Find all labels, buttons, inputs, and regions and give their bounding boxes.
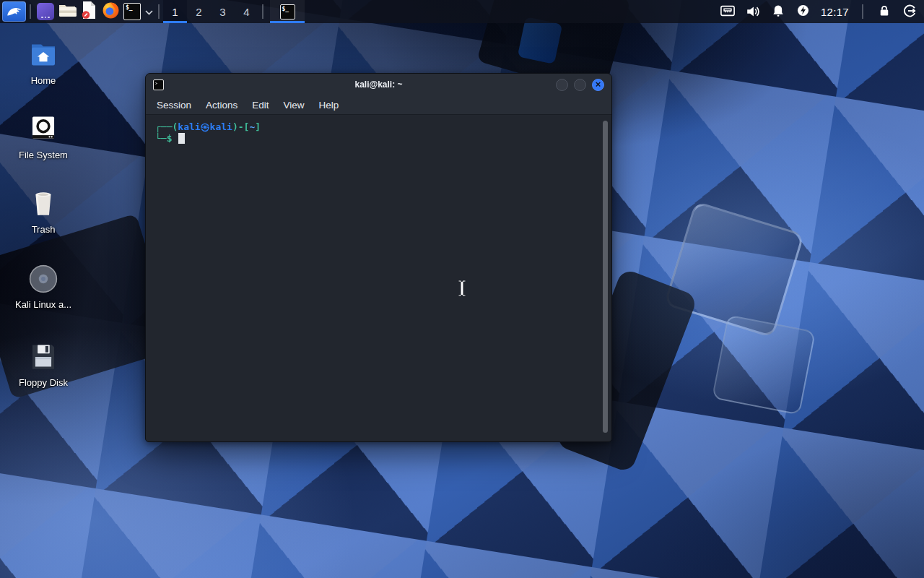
desktop-icon-home[interactable]: Home	[9, 39, 78, 86]
top-panel: $_ 1 2 3 4 $_	[0, 0, 924, 23]
chevron-down-icon	[145, 5, 153, 18]
workspace-label: 2	[196, 6, 201, 18]
lock-screen-button[interactable]	[876, 4, 892, 20]
file-manager-icon	[58, 1, 77, 22]
menu-session[interactable]: Session	[149, 100, 199, 111]
launcher-terminal[interactable]: $_	[121, 1, 143, 22]
mouse-cursor-ibeam	[456, 279, 468, 301]
desktop-icon-label: File System	[19, 150, 68, 160]
notifications-tray-button[interactable]	[770, 4, 786, 20]
menu-edit[interactable]: Edit	[245, 100, 276, 111]
workspace-3[interactable]: 3	[211, 0, 235, 23]
power-manager-tray-button[interactable]	[796, 4, 811, 20]
prompt-line-1: ┌──(kali㉿kali)-[~]	[155, 121, 601, 133]
workspace-label: 3	[219, 6, 225, 18]
desktop-icon-label: Home	[31, 75, 56, 86]
workspace-4[interactable]: 4	[235, 0, 258, 23]
panel-clock[interactable]: 12:17	[821, 6, 849, 18]
workspace-1[interactable]: 1	[163, 0, 187, 23]
menu-actions[interactable]: Actions	[199, 100, 245, 111]
panel-separator	[862, 4, 863, 19]
terminal-launcher-icon: $_	[123, 3, 141, 20]
desktop-icon-label: Kali Linux a...	[15, 299, 71, 310]
panel-separator	[262, 4, 263, 19]
maximize-button[interactable]	[574, 79, 586, 91]
terminal-scrollbar[interactable]	[603, 121, 608, 436]
panel-separator	[158, 4, 160, 19]
window-controls: ×	[556, 79, 604, 91]
panel-right-group: 12:17	[720, 0, 924, 23]
desktop-icon-kali-linux[interactable]: Kali Linux a...	[9, 263, 78, 310]
desktop-app-icon	[37, 3, 54, 20]
close-button[interactable]: ×	[592, 79, 604, 91]
home-folder-icon	[30, 39, 57, 71]
optical-disc-icon	[27, 263, 59, 295]
terminal-cursor	[178, 133, 185, 144]
notifications-bell-icon	[771, 4, 785, 22]
workspace-2[interactable]: 2	[187, 0, 211, 23]
applications-menu-button[interactable]	[2, 1, 26, 22]
desktop-icon-floppy-disk[interactable]: Floppy Disk	[9, 341, 78, 388]
window-titlebar[interactable]: > kali@kali: ~ ×	[146, 74, 611, 95]
network-tray-button[interactable]	[720, 4, 736, 20]
logout-icon	[902, 4, 917, 21]
launcher-file-manager[interactable]	[56, 1, 78, 22]
panel-left-group: $_ 1 2 3 4 $_	[0, 0, 305, 23]
logout-button[interactable]	[902, 4, 918, 20]
terminal-menubar: Session Actions Edit View Help	[146, 95, 611, 115]
workspace-label: 1	[172, 6, 178, 18]
prompt-line-2: └─$	[155, 133, 601, 144]
panel-separator	[30, 4, 31, 19]
desktop-icon-label: Trash	[32, 224, 56, 235]
desktop-icon-trash[interactable]: Trash	[9, 188, 78, 235]
launcher-dropdown-button[interactable]	[143, 1, 154, 22]
text-editor-icon	[80, 1, 97, 22]
desktop-icon-label: Floppy Disk	[19, 377, 68, 388]
launcher-desktop-app[interactable]	[35, 1, 56, 22]
launcher-text-editor[interactable]	[78, 1, 100, 22]
volume-icon	[745, 4, 761, 22]
volume-tray-button[interactable]	[745, 4, 761, 20]
trash-icon	[30, 188, 56, 220]
menu-help[interactable]: Help	[312, 100, 346, 111]
minimize-button[interactable]	[556, 79, 568, 91]
network-icon	[720, 4, 736, 21]
kali-logo-icon	[6, 1, 23, 22]
lock-icon	[878, 4, 891, 21]
floppy-disk-icon	[30, 341, 57, 373]
firefox-icon	[102, 1, 120, 22]
hard-drive-icon	[30, 113, 57, 145]
taskbar-window-button-terminal[interactable]: $_	[270, 0, 305, 23]
window-title: kali@kali: ~	[146, 79, 611, 90]
workspace-label: 4	[243, 6, 249, 18]
terminal-icon: $_	[280, 4, 295, 20]
terminal-window: > kali@kali: ~ × Session Actions Edit Vi…	[145, 73, 612, 442]
menu-view[interactable]: View	[276, 100, 312, 111]
launcher-firefox[interactable]	[100, 1, 121, 22]
power-manager-icon	[796, 4, 810, 20]
terminal-content[interactable]: ┌──(kali㉿kali)-[~] └─$	[146, 115, 611, 441]
desktop-icon-file-system[interactable]: File System	[9, 113, 78, 160]
scrollbar-thumb[interactable]	[603, 121, 608, 433]
